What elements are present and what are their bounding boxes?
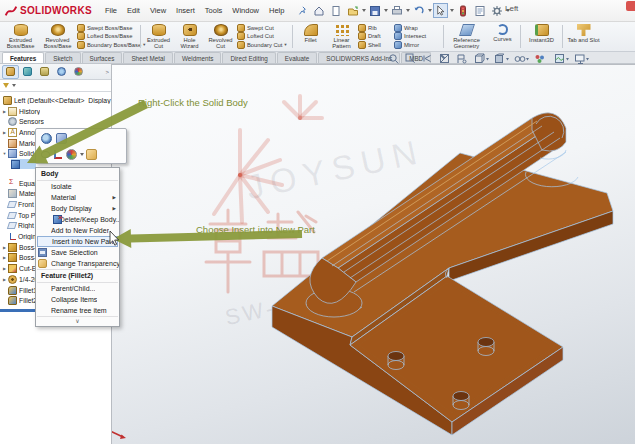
zoom-to-selection-icon[interactable] bbox=[41, 133, 52, 144]
tab-sheet-metal[interactable]: Sheet Metal bbox=[123, 52, 173, 63]
close-button[interactable] bbox=[626, 1, 635, 11]
edit-appearance-icon[interactable] bbox=[536, 55, 545, 63]
file-properties-icon[interactable] bbox=[472, 3, 487, 18]
expand-arrow-icon[interactable]: ▶ bbox=[1, 109, 8, 114]
ribbon-button-revolved-cut[interactable]: Revolved Cut bbox=[205, 23, 236, 50]
tab-surfaces[interactable]: Surfaces bbox=[82, 52, 123, 63]
menu-edit[interactable]: Edit bbox=[122, 3, 145, 18]
tab-evaluate[interactable]: Evaluate bbox=[277, 52, 318, 63]
ribbon-button-linear-pattern[interactable]: Linear Pattern bbox=[326, 23, 357, 50]
menu-window[interactable]: Window bbox=[227, 3, 264, 18]
zoom-to-area-icon[interactable] bbox=[406, 54, 415, 63]
menu-item-rename-tree-item[interactable]: Rename tree item bbox=[36, 305, 119, 316]
tree-item-history[interactable]: ▶History bbox=[0, 106, 111, 117]
collapse-arrow-icon[interactable]: ▼ bbox=[1, 151, 8, 156]
menu-item-collapse-items[interactable]: Collapse Items bbox=[36, 294, 119, 305]
panel-tabs-overflow-icon[interactable]: > bbox=[105, 69, 109, 75]
ribbon-button-intersect[interactable]: Intersect bbox=[393, 32, 441, 40]
section-view-icon[interactable] bbox=[441, 55, 449, 63]
ribbon-button-extruded-cut[interactable]: Extruded Cut bbox=[143, 23, 174, 50]
menu-item-add-to-new-folder[interactable]: Add to New Folder bbox=[36, 225, 119, 236]
menu-item-change-transparency[interactable]: Change Transparency bbox=[36, 258, 119, 269]
save-caret[interactable] bbox=[384, 9, 388, 12]
expand-arrow-icon[interactable]: ▶ bbox=[1, 255, 8, 260]
expand-arrow-icon[interactable]: ▶ bbox=[1, 277, 8, 282]
ribbon-button-shell[interactable]: Shell bbox=[357, 41, 393, 49]
ribbon-button-boundary-boss-base[interactable]: Boundary Boss/Base▼ bbox=[76, 41, 138, 49]
menu-item-insert-into-new-part[interactable]: Insert into New Part... bbox=[37, 236, 118, 247]
apply-scene-icon[interactable] bbox=[556, 55, 564, 63]
ribbon-button-wrap[interactable]: Wrap bbox=[393, 24, 441, 32]
normal-to-icon[interactable] bbox=[54, 150, 62, 159]
filter-caret[interactable] bbox=[12, 84, 16, 87]
expand-arrow-icon[interactable]: ▶ bbox=[1, 245, 8, 250]
transparency-icon[interactable] bbox=[86, 149, 97, 160]
tab-direct-editing[interactable]: Direct Editing bbox=[222, 52, 275, 63]
propertymanager-tab[interactable] bbox=[19, 65, 36, 79]
configurationmanager-tab[interactable] bbox=[36, 65, 53, 79]
options-gear-icon[interactable] bbox=[489, 3, 504, 18]
traffic-light-icon[interactable] bbox=[455, 3, 470, 18]
tab-features[interactable]: Features bbox=[2, 52, 44, 63]
menu-item-delete-keep-body[interactable]: Delete/Keep Body... bbox=[36, 214, 119, 225]
menu-item-isolate[interactable]: Isolate bbox=[36, 181, 119, 192]
previous-view-icon[interactable] bbox=[424, 56, 431, 62]
ribbon-button-extruded-boss-base[interactable]: Extruded Boss/Base bbox=[2, 23, 39, 50]
appearance-icon[interactable] bbox=[66, 149, 77, 160]
dynamic-annotation-views-icon[interactable] bbox=[458, 55, 466, 63]
home-icon[interactable] bbox=[311, 3, 326, 18]
ribbon-button-rib[interactable]: Rib bbox=[357, 24, 393, 32]
hide-body-icon[interactable] bbox=[41, 151, 50, 158]
menu-item-body-display[interactable]: Body Display▶ bbox=[36, 203, 119, 214]
ribbon-button-swept-boss-base[interactable]: Swept Boss/Base bbox=[76, 24, 138, 32]
ribbon-button-swept-cut[interactable]: Swept Cut bbox=[236, 24, 290, 32]
ribbon-button-curves[interactable]: Curves bbox=[487, 23, 518, 50]
menu-item-save-selection[interactable]: Save Selection bbox=[36, 247, 119, 258]
boundary-cut-caret[interactable]: ▼ bbox=[283, 42, 287, 47]
display-style-icon[interactable] bbox=[496, 54, 504, 63]
undo-caret[interactable] bbox=[428, 9, 432, 12]
ribbon-button-draft[interactable]: Draft bbox=[357, 32, 393, 40]
menu-view[interactable]: View bbox=[145, 3, 171, 18]
print-icon[interactable] bbox=[389, 3, 404, 18]
invert-selection-icon[interactable] bbox=[56, 133, 67, 144]
expand-arrow-icon[interactable]: ▶ bbox=[1, 266, 8, 271]
ribbon-button-reference-geometry[interactable]: Reference Geometry bbox=[446, 23, 487, 50]
print-caret[interactable] bbox=[406, 9, 410, 12]
ribbon-button-fillet[interactable]: Fillet bbox=[295, 23, 326, 50]
ribbon-button-lofted-boss-base[interactable]: Lofted Boss/Base bbox=[76, 32, 138, 40]
ribbon-button-boundary-cut[interactable]: Boundary Cut▼ bbox=[236, 41, 290, 49]
undo-icon[interactable] bbox=[411, 3, 426, 18]
save-icon[interactable] bbox=[367, 3, 382, 18]
ribbon-button-instant3d[interactable]: Instant3D bbox=[523, 23, 560, 50]
menu-item-parent-child[interactable]: Parent/Child... bbox=[36, 283, 119, 294]
ribbon-button-tab-and-slot[interactable]: Tab and Slot bbox=[565, 23, 602, 50]
ribbon-button-hole-wizard[interactable]: Hole Wizard bbox=[174, 23, 205, 50]
new-document-icon[interactable] bbox=[328, 3, 343, 18]
ribbon-button-revolved-boss-base[interactable]: Revolved Boss/Base bbox=[39, 23, 76, 50]
menu-item-material[interactable]: Material▶ bbox=[36, 192, 119, 203]
open-caret[interactable] bbox=[362, 9, 366, 12]
tab-sketch[interactable]: Sketch bbox=[45, 52, 80, 63]
ribbon-button-mirror[interactable]: Mirror bbox=[393, 41, 441, 49]
tree-item-sensors[interactable]: Sensors bbox=[0, 116, 111, 127]
tree-filter-row[interactable] bbox=[0, 80, 111, 92]
tab-weldments[interactable]: Weldments bbox=[174, 52, 221, 63]
view-orientation-icon[interactable] bbox=[476, 54, 485, 63]
menu-expand-button[interactable]: ∨ bbox=[36, 317, 119, 326]
appearance-caret[interactable] bbox=[80, 153, 84, 156]
pin-icon[interactable] bbox=[294, 3, 309, 18]
zoom-to-fit-icon[interactable] bbox=[390, 55, 398, 64]
hide-show-items-icon[interactable] bbox=[515, 57, 525, 62]
menu-insert[interactable]: Insert bbox=[171, 3, 200, 18]
graphics-area[interactable] bbox=[112, 64, 635, 444]
select-tool-icon[interactable] bbox=[433, 3, 448, 18]
menu-tools[interactable]: Tools bbox=[200, 3, 228, 18]
menu-help[interactable]: Help bbox=[264, 3, 289, 18]
tree-item-root[interactable]: Left (Default<<Default>_Display State bbox=[0, 95, 111, 106]
select-caret[interactable] bbox=[450, 9, 454, 12]
featuremanager-tree-tab[interactable] bbox=[2, 65, 19, 79]
expand-arrow-icon[interactable]: ▶ bbox=[1, 130, 8, 135]
open-icon[interactable] bbox=[345, 3, 360, 18]
menu-file[interactable]: File bbox=[100, 3, 122, 18]
